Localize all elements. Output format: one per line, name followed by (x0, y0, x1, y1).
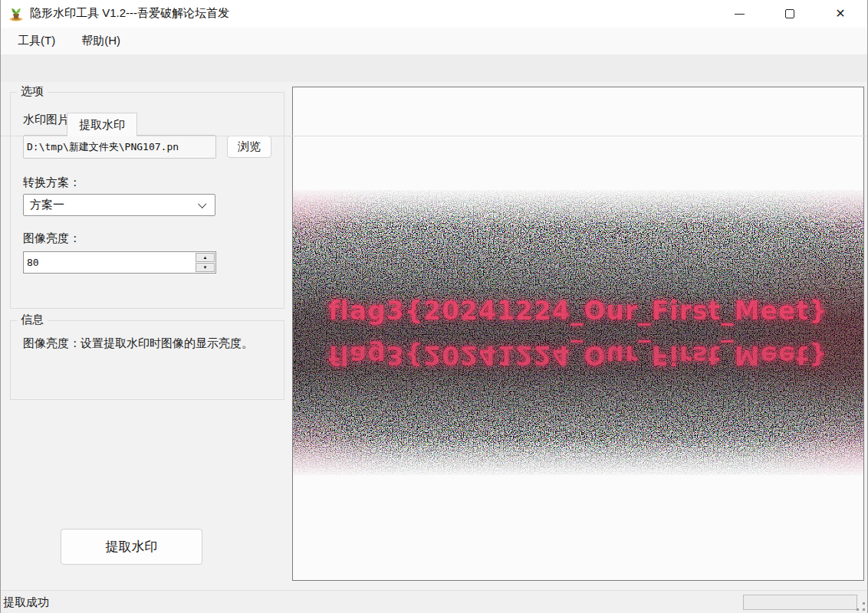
scheme-selected-value: 方案一 (30, 198, 64, 212)
options-group-title: 选项 (17, 84, 48, 99)
spin-down-button[interactable]: ▼ (196, 263, 215, 272)
app-window: 隐形水印工具 V1.2---吾爱破解论坛首发 ✕ 工具(T) 帮助(H) 添加水… (0, 0, 868, 613)
grip-dot (863, 608, 865, 611)
arrow-up-icon: ▲ (203, 255, 208, 260)
brightness-spinner: ▲ ▼ (23, 251, 216, 274)
arrow-down-icon: ▼ (203, 265, 208, 270)
app-sprout-icon (8, 6, 24, 21)
spin-up-button[interactable]: ▲ (196, 253, 215, 262)
tab-page-extract: 选项 水印图片： 浏览 转换方案： 方案一 图像亮度： ▲ ▼ 信息 图像亮度：… (1, 82, 867, 590)
info-group-title: 信息 (17, 313, 48, 327)
close-icon: ✕ (835, 8, 845, 20)
minimize-button[interactable] (715, 0, 763, 28)
scheme-select[interactable]: 方案一 (23, 194, 215, 216)
scheme-label: 转换方案： (23, 175, 81, 190)
watermark-preview-panel: flag3{20241224_Our_First_Meet} flag3{202… (292, 87, 864, 581)
extract-watermark-button[interactable]: 提取水印 (61, 529, 202, 565)
noise-edge-fade-overlay (293, 190, 863, 475)
statusbar: 提取成功 (1, 590, 867, 613)
menu-item-help[interactable]: 帮助(H) (71, 29, 131, 53)
brightness-input[interactable] (24, 252, 194, 273)
titlebar: 隐形水印工具 V1.2---吾爱破解论坛首发 ✕ (1, 0, 867, 28)
info-text: 图像亮度：设置提取水印时图像的显示亮度。 (23, 334, 276, 352)
grip-dot (856, 608, 859, 611)
grip-dot (863, 602, 865, 605)
watermark-flag-text-mirrored: flag3{20241224_Our_First_Meet} (293, 340, 863, 370)
window-title: 隐形水印工具 V1.2---吾爱破解论坛首发 (30, 0, 229, 28)
maximize-button[interactable] (766, 0, 814, 28)
resize-grip[interactable] (855, 599, 866, 611)
status-message: 提取成功 (3, 595, 49, 610)
extracted-watermark-image: flag3{20241224_Our_First_Meet} flag3{202… (293, 190, 863, 475)
watermark-flag-text: flag3{20241224_Our_First_Meet} (293, 296, 863, 326)
info-groupbox: 信息 图像亮度：设置提取水印时图像的显示亮度。 (10, 320, 284, 400)
close-button[interactable]: ✕ (817, 0, 864, 28)
progress-bar (743, 595, 857, 610)
menubar: 工具(T) 帮助(H) (1, 28, 867, 54)
spinner-buttons: ▲ ▼ (196, 253, 215, 272)
minimize-icon (735, 14, 745, 15)
options-groupbox: 选项 水印图片： 浏览 转换方案： 方案一 图像亮度： ▲ ▼ (10, 92, 284, 309)
maximize-icon (785, 9, 794, 18)
brightness-label: 图像亮度： (23, 231, 81, 246)
tabstrip: 添加水印 提取水印 (1, 54, 867, 82)
menu-item-tools[interactable]: 工具(T) (7, 29, 66, 53)
browse-button[interactable]: 浏览 (227, 136, 271, 158)
watermark-image-path-input[interactable] (23, 135, 216, 159)
tab-extract-watermark[interactable]: 提取水印 (67, 113, 137, 136)
chevron-down-icon (198, 200, 206, 208)
